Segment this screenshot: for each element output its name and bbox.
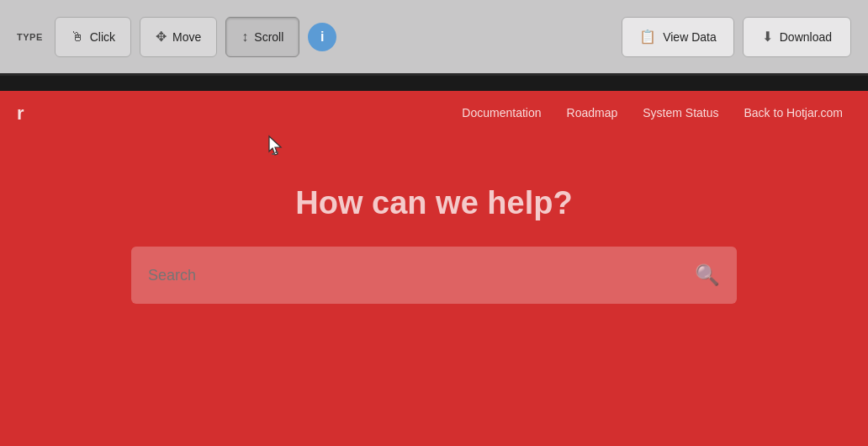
- view-data-button[interactable]: 📋 View Data: [622, 17, 734, 57]
- click-label: Click: [90, 30, 115, 44]
- search-bar[interactable]: 🔍: [131, 247, 737, 304]
- nav-link-system-status[interactable]: System Status: [643, 106, 718, 119]
- click-icon: 🖱: [71, 29, 84, 45]
- move-button[interactable]: ✥ Move: [140, 17, 217, 57]
- move-label: Move: [172, 30, 201, 44]
- toolbar: TYPE 🖱 Click ✥ Move ↕ Scroll i 📋 View Da…: [0, 0, 868, 76]
- view-data-label: View Data: [663, 30, 717, 44]
- nav-link-documentation[interactable]: Documentation: [462, 106, 541, 119]
- logo: r: [17, 103, 24, 125]
- main-content: r Documentation Roadmap System Status Ba…: [0, 91, 868, 446]
- nav-link-roadmap[interactable]: Roadmap: [567, 106, 618, 119]
- info-button[interactable]: i: [308, 23, 336, 51]
- search-icon: 🔍: [695, 263, 720, 287]
- download-button[interactable]: ⬇ Download: [743, 17, 851, 57]
- type-label: TYPE: [17, 32, 43, 42]
- move-icon: ✥: [156, 29, 167, 45]
- search-input[interactable]: [148, 267, 695, 284]
- scroll-icon: ↕: [241, 29, 248, 45]
- nav-bar: r Documentation Roadmap System Status Ba…: [0, 91, 868, 135]
- download-label: Download: [780, 30, 832, 44]
- scroll-label: Scroll: [254, 30, 283, 44]
- download-icon: ⬇: [762, 29, 773, 45]
- scroll-button[interactable]: ↕ Scroll: [225, 17, 299, 57]
- info-label: i: [320, 29, 324, 45]
- click-button[interactable]: 🖱 Click: [55, 17, 131, 57]
- black-band: [0, 76, 868, 91]
- hero-section: How can we help? 🔍: [0, 135, 868, 304]
- view-data-icon: 📋: [639, 29, 656, 45]
- hero-title: How can we help?: [295, 185, 572, 221]
- nav-link-back-to-hotjar[interactable]: Back to Hotjar.com: [744, 106, 844, 119]
